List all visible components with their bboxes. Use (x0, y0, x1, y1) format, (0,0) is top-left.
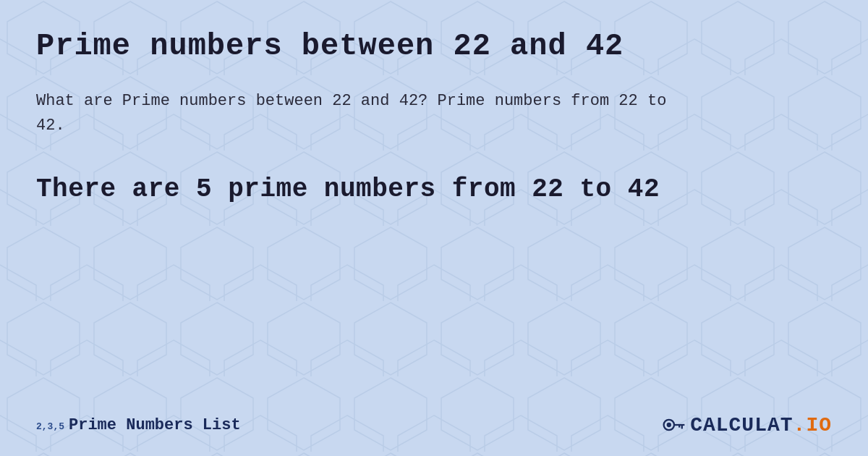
logo-text-main: CALCULAT.IO (690, 414, 832, 436)
footer-right: CALCULAT.IO (661, 412, 832, 438)
calculat-icon (661, 412, 687, 438)
footer-left[interactable]: 2,3,5 Prime Numbers List (36, 416, 241, 434)
footer: 2,3,5 Prime Numbers List CALCULAT.IO (36, 412, 832, 438)
svg-point-5 (667, 423, 671, 427)
result-section: There are 5 prime numbers from 22 to 42 (36, 174, 832, 204)
prime-numbers-list-link[interactable]: Prime Numbers List (69, 416, 241, 434)
page-description: What are Prime numbers between 22 and 42… (36, 89, 687, 138)
page-title: Prime numbers between 22 and 42 (36, 29, 832, 64)
prime-superscript: 2,3,5 (36, 421, 64, 432)
logo-accent: .IO (793, 414, 832, 436)
result-title: There are 5 prime numbers from 22 to 42 (36, 174, 832, 204)
calculat-logo[interactable]: CALCULAT.IO (661, 412, 832, 438)
logo-main: CALCULAT (690, 414, 793, 436)
